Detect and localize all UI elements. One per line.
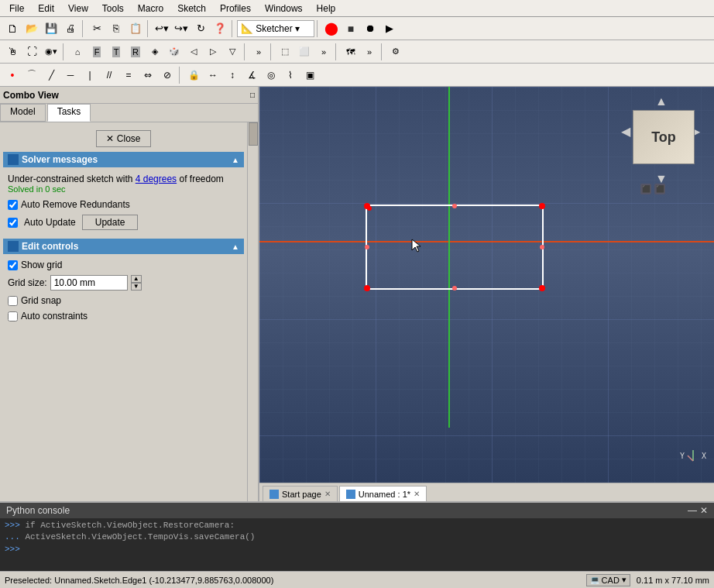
auto-update-checkbox[interactable] [8,218,18,228]
console-minimize-btn[interactable]: — [688,505,697,516]
edit-controls-title: Edit controls [22,241,78,252]
cut-btn[interactable]: ✂ [88,19,106,38]
lock-btn[interactable]: 🔒 [184,66,203,84]
constraint-1[interactable]: ⬚ [276,43,294,61]
menu-tools[interactable]: Tools [96,2,130,15]
hline-btn[interactable]: ─ [61,66,80,84]
view-bottom[interactable]: ▽ [223,43,242,61]
view-home[interactable]: ⌂ [68,43,87,61]
nav-arrow-left[interactable]: ◀ [621,124,630,139]
angle-btn[interactable]: ∡ [242,66,261,84]
stop2-btn[interactable]: ■ [342,19,360,38]
combo-expand-btn[interactable]: □ [250,91,255,99]
show-grid-checkbox[interactable] [8,260,18,270]
zoom-fit-btn[interactable]: ⛶ [22,43,41,61]
tab-tasks[interactable]: Tasks [47,104,91,122]
menu-view[interactable]: View [62,2,94,15]
update-button[interactable]: Update [82,215,139,230]
save-btn[interactable]: 💾 [42,19,60,38]
fillet-btn[interactable]: ⌒ [22,66,41,84]
auto-remove-checkbox[interactable] [8,200,18,210]
stop-btn[interactable]: ⬤ [322,19,341,38]
new-btn[interactable]: 🗋 [3,19,22,38]
macro-rec-btn[interactable]: ⏺ [361,19,379,38]
open-btn[interactable]: 📂 [22,19,41,38]
block-btn[interactable]: ⊘ [158,66,177,84]
constraint-2[interactable]: ⬜ [295,43,314,61]
menu-file[interactable]: File [3,2,30,15]
console-close-btn[interactable]: ✕ [700,505,708,516]
radius-btn[interactable]: ◎ [262,66,280,84]
horiz-dist-btn[interactable]: ↔ [204,66,222,84]
menu-help[interactable]: Help [311,2,342,15]
toolbar-sketch: • ⌒ ╱ ─ | // = ⇔ ⊘ 🔒 ↔ ↕ ∡ ◎ ⌇ ▣ [0,64,714,87]
print-btn[interactable]: 🖨 [61,19,80,38]
view-right[interactable]: R [126,43,145,61]
tab-unnamed[interactable]: Unnamed : 1* ✕ [339,486,427,501]
tab-unnamed-close[interactable]: ✕ [414,490,420,498]
menu-macro[interactable]: Macro [132,2,170,15]
vline-btn[interactable]: | [81,66,99,84]
vert-dist-btn[interactable]: ↕ [223,66,242,84]
workbench-dropdown[interactable]: 📐 Sketcher ▾ [237,20,314,37]
tab-model[interactable]: Model [0,104,46,122]
close-button[interactable]: ✕ Close [96,130,150,147]
parallel-btn[interactable]: // [100,66,118,84]
auto-constraints-checkbox[interactable] [8,311,18,322]
tangent-btn[interactable]: ⌇ [281,66,300,84]
edit-controls-collapse-btn[interactable]: ▲ [232,242,239,251]
view-perspective[interactable]: ◈ [146,43,164,61]
grid-size-down[interactable]: ▼ [131,283,142,291]
nav-cube-label: Top [651,129,676,146]
refresh-btn[interactable]: ↻ [191,19,210,38]
view-left[interactable]: ◁ [184,43,203,61]
auto-constraints-label: Auto constraints [21,311,88,322]
cad-indicator[interactable]: 💻 CAD ▾ [586,574,630,586]
help-pointer-btn[interactable]: ❓ [211,19,229,38]
symm-btn[interactable]: ⇔ [139,66,157,84]
console-body[interactable]: >>> if ActiveSketch.ViewObject.RestoreCa… [0,518,714,571]
point-btn[interactable]: • [3,66,22,84]
nav-arrow-top[interactable]: ▲ [655,95,668,108]
midpoint-bottom [452,286,457,291]
viewport[interactable]: ▲ ▼ ◀ ▶ Top ⬛ ⬛ Y X Start page [259,87,714,501]
menu-sketch[interactable]: Sketch [171,2,212,15]
sketch-btn2[interactable]: » [360,43,379,61]
menu-edit[interactable]: Edit [32,2,60,15]
draw-style-btn[interactable]: ◉▾ [42,43,60,61]
grid-size-input[interactable] [50,275,128,291]
grid-size-up[interactable]: ▲ [131,275,142,283]
redo-dropdown[interactable]: ↪▾ [172,19,191,38]
midpoint-left [365,245,369,249]
nav-cube-dot2[interactable]: ⬛ [654,184,665,194]
line-btn[interactable]: ╱ [42,66,60,84]
menu-profiles[interactable]: Profiles [214,2,257,15]
solver-collapse-btn[interactable]: ▲ [232,156,239,164]
copy-btn[interactable]: ⎘ [107,19,125,38]
tab-start-page-close[interactable]: ✕ [324,490,331,498]
more2[interactable]: » [314,43,333,61]
macro-play-btn[interactable]: ▶ [380,19,399,38]
constr-btn[interactable]: ▣ [300,66,319,84]
console-line-3: >>> [5,544,709,555]
combo-header: Combo View □ [0,87,258,104]
view-top[interactable]: T [107,43,125,61]
more-view[interactable]: » [249,43,268,61]
view-right2[interactable]: ▷ [204,43,222,61]
undo-dropdown[interactable]: ↩▾ [153,19,171,38]
nav-cube-dot1[interactable]: ⬛ [640,184,651,194]
extra1[interactable]: ⚙ [386,43,405,61]
degrees-link[interactable]: 4 degrees [136,174,177,184]
view-front[interactable]: F [88,43,106,61]
grid-snap-checkbox[interactable] [8,296,18,306]
sketch-btn1[interactable]: 🗺 [341,43,359,61]
auto-update-row: Auto Update Update [3,212,244,232]
equal-btn[interactable]: = [119,66,138,84]
tab-start-page-label: Start page [282,490,321,499]
view-3d[interactable]: 🎲 [165,43,184,61]
menu-windows[interactable]: Windows [259,2,309,15]
select-btn[interactable]: 🖱 [3,43,22,61]
tab-start-page[interactable]: Start page ✕ [263,486,338,501]
nav-cube-face-top[interactable]: Top [633,110,695,164]
paste-btn[interactable]: 📋 [126,19,145,38]
